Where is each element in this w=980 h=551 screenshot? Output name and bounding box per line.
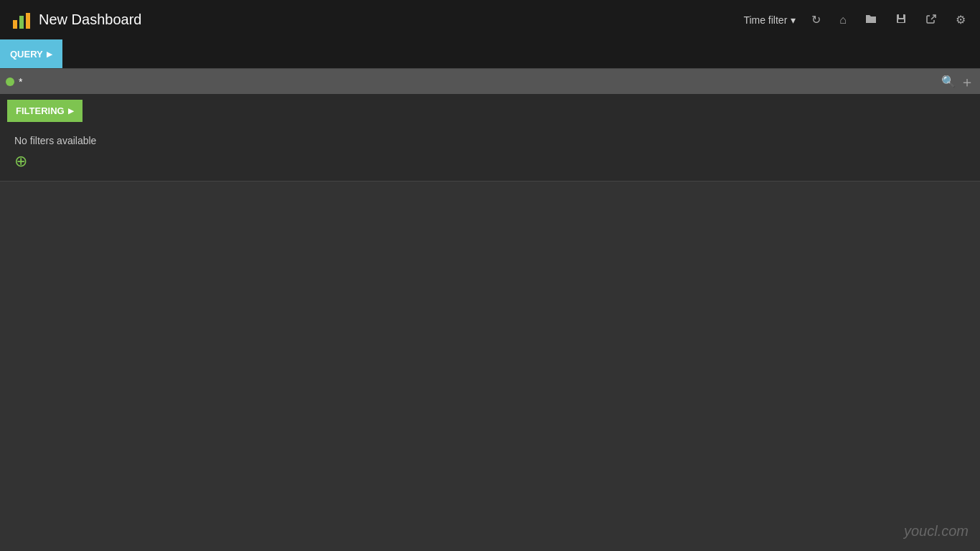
svg-line-6 (931, 15, 936, 19)
query-bar: QUERY ▶ (0, 39, 980, 68)
filtering-button[interactable]: FILTERING ▶ (7, 100, 83, 122)
search-input[interactable] (19, 76, 937, 88)
main-content-area (0, 182, 980, 551)
svg-rect-4 (899, 14, 903, 18)
open-button[interactable] (862, 10, 880, 30)
svg-rect-2 (26, 13, 30, 29)
svg-rect-0 (13, 20, 17, 29)
svg-rect-5 (898, 19, 904, 22)
gear-button[interactable]: ⚙ (953, 10, 969, 29)
no-filters-message: No filters available (14, 135, 966, 146)
time-filter-caret-icon: ▾ (791, 14, 796, 26)
filtering-caret-icon: ▶ (68, 107, 74, 115)
time-filter-button[interactable]: Time filter ▾ (743, 14, 796, 26)
query-caret-icon: ▶ (47, 50, 52, 58)
search-add-button[interactable]: ＋ (960, 75, 974, 89)
search-button[interactable]: 🔍 (941, 75, 956, 88)
search-row: 🔍 ＋ (0, 68, 980, 94)
brand-logo-icon (11, 10, 32, 30)
time-filter-label: Time filter (743, 14, 787, 26)
refresh-button[interactable]: ↻ (809, 10, 824, 29)
share-button[interactable] (923, 10, 940, 30)
open-icon (865, 13, 877, 24)
filter-content: No filters available ⊕ (0, 128, 980, 182)
query-button[interactable]: QUERY ▶ (0, 39, 62, 68)
filtering-bar: FILTERING ▶ (0, 94, 980, 128)
navbar: New Dashboard Time filter ▾ ↻ ⌂ (0, 0, 980, 39)
search-status-dot (6, 77, 14, 86)
share-icon (925, 13, 937, 24)
navbar-actions: Time filter ▾ ↻ ⌂ ⚙ (743, 10, 969, 30)
filtering-label: FILTERING (16, 105, 65, 116)
add-filter-button[interactable]: ⊕ (14, 154, 27, 169)
app-title: New Dashboard (39, 11, 141, 28)
home-button[interactable]: ⌂ (837, 11, 849, 29)
brand: New Dashboard (11, 10, 141, 30)
query-label: QUERY (10, 49, 43, 60)
save-button[interactable] (892, 10, 910, 30)
svg-rect-1 (19, 16, 24, 29)
save-icon (895, 13, 907, 24)
